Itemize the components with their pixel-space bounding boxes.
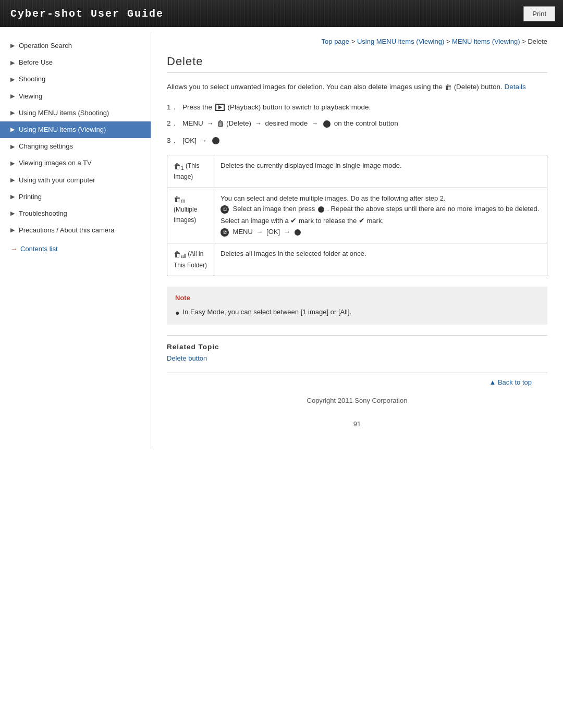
breadcrumb-link2[interactable]: MENU items (Viewing) <box>452 38 520 45</box>
sidebar-item-label: Changing settings <box>19 142 73 151</box>
trash-icon: 🗑 <box>174 161 181 172</box>
page-title: Delete <box>167 55 547 73</box>
info-table: 🗑1 (This Image) Deletes the currently di… <box>167 155 547 276</box>
table-cell-icon: 🗑all (All in This Folder) <box>167 243 214 276</box>
trash-icon: 🗑 <box>217 118 224 129</box>
table-row: 🗑all (All in This Folder) Deletes all im… <box>167 243 547 276</box>
step-3: 3． [OK] → <box>167 135 547 146</box>
sidebar-item-computer[interactable]: ▶ Using with your computer <box>0 172 151 189</box>
arrow-icon: ▶ <box>10 92 15 100</box>
related-topic-title: Related Topic <box>167 343 547 351</box>
arrow-icon: ▶ <box>10 126 15 133</box>
table-cell-desc: Deletes all images in the selected folde… <box>214 243 547 276</box>
step-1-num: 1． <box>167 102 182 113</box>
print-button[interactable]: Print <box>523 6 555 21</box>
arrow-icon: ▶ <box>10 143 15 151</box>
step-1-content: Press the (Playback) button to switch to… <box>182 102 371 113</box>
sidebar-item-label: Before Use <box>19 58 53 67</box>
sidebar-item-operation-search[interactable]: ▶ Operation Search <box>0 38 151 54</box>
main-layout: ▶ Operation Search ▶ Before Use ▶ Shooti… <box>0 27 563 454</box>
sidebar-item-using-menu-viewing[interactable]: ▶ Using MENU items (Viewing) <box>0 121 151 138</box>
arrow-right-icon: → <box>10 245 17 253</box>
trash-icon: 🗑 <box>174 249 181 260</box>
sidebar-item-viewing[interactable]: ▶ Viewing <box>0 88 151 105</box>
header: Cyber-shot User Guide Print <box>0 0 563 27</box>
arrow-icon: ▶ <box>10 42 15 50</box>
breadcrumb-sep3: > <box>520 38 528 45</box>
row2-desc-1: You can select and delete multiple image… <box>221 194 446 202</box>
sidebar-item-shooting[interactable]: ▶ Shooting <box>0 71 151 88</box>
sidebar-item-viewing-tv[interactable]: ▶ Viewing images on a TV <box>0 155 151 171</box>
sidebar-item-label: Viewing <box>19 92 42 101</box>
contents-list-link[interactable]: → Contents list <box>0 241 151 257</box>
sidebar-item-precautions[interactable]: ▶ Precautions / About this camera <box>0 222 151 239</box>
breadcrumb-sep2: > <box>444 38 452 45</box>
sidebar-item-printing[interactable]: ▶ Printing <box>0 189 151 205</box>
steps-list: 1． Press the (Playback) button to switch… <box>167 102 547 146</box>
arrow-icon: ▶ <box>10 209 15 217</box>
sidebar-item-label: Precautions / About this camera <box>19 226 115 235</box>
arrow-icon: → <box>255 118 262 129</box>
app-title: Cyber-shot User Guide <box>10 8 164 20</box>
breadcrumb: Top page > Using MENU items (Viewing) > … <box>167 38 547 45</box>
breadcrumb-current: Delete <box>528 38 547 45</box>
trash-icon: 🗑 <box>445 81 452 93</box>
step-2: 2． MENU → 🗑 (Delete) → desired mode → on… <box>167 118 547 130</box>
page-number: 91 <box>167 415 547 438</box>
copyright: Copyright 2011 Sony Corporation <box>167 391 547 415</box>
arrow-icon: ▶ <box>10 59 15 67</box>
sidebar-item-troubleshooting[interactable]: ▶ Troubleshooting <box>0 205 151 222</box>
sidebar-item-changing-settings[interactable]: ▶ Changing settings <box>0 138 151 155</box>
table-cell-desc: You can select and delete multiple image… <box>214 188 547 243</box>
related-topic-link[interactable]: Delete button <box>167 354 207 362</box>
sidebar-item-label: Viewing images on a TV <box>19 158 92 168</box>
sidebar-item-label: Shooting <box>19 75 45 84</box>
breadcrumb-sep1: > <box>349 38 357 45</box>
arrow-icon: → <box>284 227 290 238</box>
step-2-content: MENU → 🗑 (Delete) → desired mode → on th… <box>182 118 398 130</box>
related-topic: Related Topic Delete button <box>167 335 547 362</box>
note-item: ● In Easy Mode, you can select between [… <box>175 307 539 318</box>
table-cell-icon: 🗑1 (This Image) <box>167 155 214 188</box>
breadcrumb-top-link[interactable]: Top page <box>322 38 350 45</box>
step-2-num: 2． <box>167 118 182 129</box>
sidebar-item-label: Using MENU items (Shooting) <box>19 108 109 118</box>
arrow-icon: ▶ <box>10 226 15 234</box>
checkmark-icon: ✔ <box>359 216 365 225</box>
breadcrumb-link1[interactable]: Using MENU items (Viewing) <box>357 38 444 45</box>
sidebar-item-label: Using MENU items (Viewing) <box>19 125 106 134</box>
circled-2: ② <box>221 228 229 237</box>
page-footer: Back to top <box>167 373 547 391</box>
sidebar: ▶ Operation Search ▶ Before Use ▶ Shooti… <box>0 32 151 449</box>
arrow-icon: ▶ <box>10 76 15 83</box>
page-description: Allows you to select unwanted images for… <box>167 81 547 93</box>
desc-text-end: (Delete) button. <box>454 83 503 91</box>
sidebar-item-label: Operation Search <box>19 41 72 51</box>
step-1: 1． Press the (Playback) button to switch… <box>167 102 547 113</box>
step-3-num: 3． <box>167 135 182 146</box>
table-cell-desc: Deletes the currently displayed image in… <box>214 155 547 188</box>
step-3-content: [OK] → <box>182 135 221 146</box>
sidebar-item-label: Printing <box>19 192 42 202</box>
desc-text-start: Allows you to select unwanted images for… <box>167 83 443 91</box>
note-bullet: ● <box>175 307 179 318</box>
sidebar-item-label: Using with your computer <box>19 176 95 185</box>
row3-desc: Deletes all images in the selected folde… <box>221 250 366 257</box>
arrow-icon: → <box>207 118 214 129</box>
note-text: In Easy Mode, you can select between [1 … <box>182 307 351 318</box>
arrow-icon: ▶ <box>10 159 15 167</box>
row1-desc: Deletes the currently displayed image in… <box>221 162 402 169</box>
back-to-top-link[interactable]: Back to top <box>489 378 532 386</box>
arrow-icon: → <box>311 118 318 129</box>
arrow-icon: → <box>200 135 207 146</box>
circle-icon <box>323 120 331 128</box>
details-link[interactable]: Details <box>504 83 525 91</box>
sidebar-item-before-use[interactable]: ▶ Before Use <box>0 54 151 71</box>
trash-icon: 🗑 <box>174 193 181 205</box>
circled-1: ① <box>221 205 229 214</box>
arrow-icon: ▶ <box>10 176 15 184</box>
table-row: 🗑1 (This Image) Deletes the currently di… <box>167 155 547 188</box>
sidebar-item-label: Troubleshooting <box>19 209 67 218</box>
sidebar-item-using-menu-shooting[interactable]: ▶ Using MENU items (Shooting) <box>0 105 151 121</box>
circle-icon <box>212 137 219 144</box>
